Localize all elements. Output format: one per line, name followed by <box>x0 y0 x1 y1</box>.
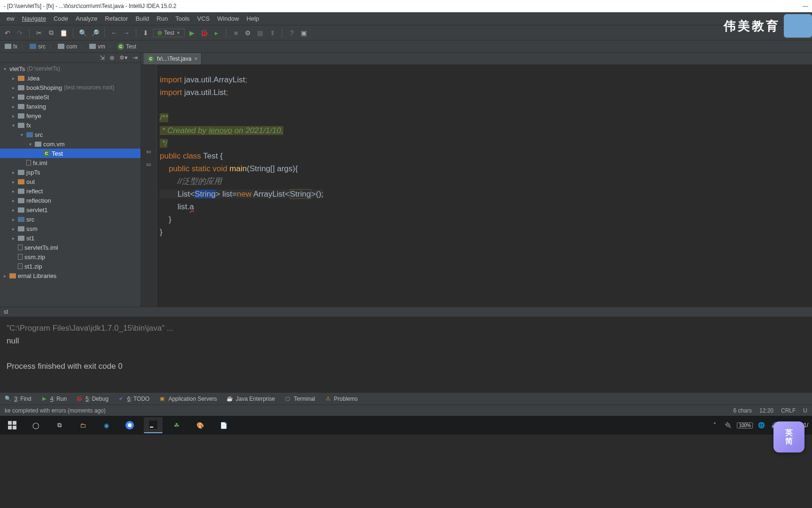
network-icon[interactable]: 🌐 <box>757 421 766 429</box>
tree-row[interactable]: C Test <box>0 149 141 158</box>
paint-icon[interactable]: 🎨 <box>191 417 210 433</box>
gutter-mark-icon[interactable]: ▭ <box>145 160 152 168</box>
tree-row[interactable]: ▸ createSt <box>0 92 141 102</box>
tool-window-todo[interactable]: ✔6: TODO <box>118 396 150 402</box>
menu-item[interactable]: VCS <box>194 15 214 22</box>
tree-row[interactable]: ▸ fanxing <box>0 102 141 111</box>
tree-row[interactable]: ▸ servlet1 <box>0 205 141 214</box>
hide-icon[interactable]: ⇥ <box>133 54 138 61</box>
tree-row[interactable]: ▸ ssm <box>0 224 141 233</box>
chrome-icon[interactable] <box>120 417 139 433</box>
structure-icon[interactable]: ▦ <box>256 28 265 38</box>
tree-row[interactable]: ▸ src <box>0 214 141 224</box>
tree-row[interactable]: ▸ jspTs <box>0 167 141 177</box>
tree-row[interactable]: ▸ bookShoping (test resources root) <box>0 83 141 92</box>
gear-icon[interactable]: ✲▾ <box>119 54 128 61</box>
tree-row[interactable]: ssm.zip <box>0 252 141 262</box>
capture-icon[interactable]: ▣ <box>299 28 309 38</box>
menu-item[interactable]: ew <box>3 15 18 22</box>
run-icon[interactable]: ▶ <box>187 28 197 38</box>
status-encoding[interactable]: U <box>803 407 807 414</box>
floating-badge[interactable]: 英 简 <box>773 421 804 452</box>
replace-icon[interactable]: 🔎 <box>90 28 100 38</box>
editor-body[interactable]: ▭ ▭ import java.util.ArrayList; import j… <box>141 65 812 307</box>
tool-window-find[interactable]: 🔍3: Find <box>5 396 31 402</box>
coverage-icon[interactable]: ▸ <box>212 28 221 38</box>
tree-row[interactable]: ▾ com.vm <box>0 139 141 149</box>
breadcrumb-item[interactable]: com <box>56 42 79 51</box>
status-caret-pos: 12:20 <box>759 407 773 414</box>
breadcrumb-item[interactable]: fx <box>3 42 19 51</box>
stop-icon[interactable]: ■ <box>231 28 241 38</box>
tree-row[interactable]: ▸ st1 <box>0 233 141 243</box>
settings-icon[interactable]: ⚙ <box>243 28 253 38</box>
editor-tab[interactable]: C fx\...\Test.java × <box>144 53 202 64</box>
menu-item[interactable]: Tools <box>172 15 193 22</box>
separator <box>226 28 226 38</box>
menu-item[interactable]: Analyze <box>72 15 101 22</box>
tree-row[interactable]: ▸ .idea <box>0 73 141 83</box>
cortana-icon[interactable]: ◯ <box>26 417 45 433</box>
menu-item[interactable]: Refactor <box>101 15 132 22</box>
help-icon[interactable]: ? <box>287 28 297 38</box>
start-button[interactable] <box>3 417 22 433</box>
redo-icon[interactable]: ↷ <box>15 28 24 38</box>
tool-window-terminal[interactable]: ▢Terminal <box>284 396 315 402</box>
power-icon[interactable]: 🔌 <box>724 421 732 429</box>
find-icon[interactable]: 🔍 <box>78 28 87 38</box>
breadcrumb-item[interactable]: CTest <box>116 42 138 51</box>
tool-window-problems[interactable]: ⚠Problems <box>325 396 358 402</box>
tree-row[interactable]: ▾ fx <box>0 120 141 130</box>
tray-expand-icon[interactable]: ˄ <box>710 421 719 429</box>
battery-status[interactable]: 100% <box>737 422 753 429</box>
debug-icon[interactable]: 🐞 <box>200 28 209 38</box>
target-icon[interactable]: ⊕ <box>109 54 115 61</box>
tool-window-run[interactable]: ▶4: Run <box>41 396 67 402</box>
intellij-icon[interactable] <box>144 417 163 433</box>
paste-icon[interactable]: 📋 <box>59 28 68 38</box>
cut-icon[interactable]: ✂ <box>34 28 44 38</box>
tree-row[interactable]: ▸ reflection <box>0 196 141 205</box>
breadcrumb-item[interactable]: vm <box>87 42 107 51</box>
tool-window-java-ee[interactable]: ☕Java Enterprise <box>226 396 275 402</box>
notepad-icon[interactable]: 📄 <box>214 417 233 433</box>
run-caption[interactable]: st <box>0 307 812 317</box>
tree-row[interactable]: st1.zip <box>0 262 141 271</box>
taskview-icon[interactable]: ⧉ <box>50 417 69 433</box>
make-icon[interactable]: ⬇ <box>141 28 150 38</box>
tree-row[interactable]: ▸ ernal Libraries <box>0 271 141 280</box>
tree-row[interactable]: ▸ reflect <box>0 186 141 196</box>
wechat-icon[interactable]: ☘ <box>167 417 186 433</box>
menu-item[interactable]: Build <box>132 15 153 22</box>
minimize-icon[interactable]: — <box>803 3 808 9</box>
menu-item[interactable]: Window <box>213 15 242 22</box>
app-icon[interactable]: ◉ <box>97 417 116 433</box>
run-console[interactable]: "C:\Program Files\Java\jdk1.7.0_15\bin\j… <box>0 317 812 392</box>
tree-row[interactable]: ▸ fenye <box>0 111 141 120</box>
tree-row[interactable]: ▾ src <box>0 130 141 139</box>
gutter-mark-icon[interactable]: ▭ <box>145 148 152 155</box>
breadcrumb-item[interactable]: src <box>28 42 47 51</box>
close-icon[interactable]: × <box>194 56 197 62</box>
tool-window-debug[interactable]: 🐞5: Debug <box>76 396 109 402</box>
forward-icon[interactable]: → <box>122 28 131 38</box>
tool-window-appservers[interactable]: ▣Application Servers <box>159 396 217 402</box>
copy-icon[interactable]: ⧉ <box>47 28 56 38</box>
project-tree: ⇲ ⊕ ✲▾ ⇥ ▾vletTs (D:\servletTs)▸ .idea▸ … <box>0 53 141 307</box>
menu-item[interactable]: Run <box>153 15 172 22</box>
collapse-icon[interactable]: ⇲ <box>100 54 105 61</box>
code-area[interactable]: import java.util.ArrayList; import java.… <box>157 65 812 307</box>
menu-item[interactable]: Navigate <box>18 15 50 22</box>
tree-row-root[interactable]: ▾vletTs (D:\servletTs) <box>0 64 141 73</box>
tree-row[interactable]: servletTs.iml <box>0 243 141 252</box>
tree-row[interactable]: ▸ out <box>0 177 141 186</box>
explorer-icon[interactable]: 🗀 <box>73 417 92 433</box>
back-icon[interactable]: ← <box>109 28 119 38</box>
run-config-select[interactable]: Test ▼ <box>153 29 185 37</box>
menu-item[interactable]: Code <box>50 15 72 22</box>
status-line-sep[interactable]: CRLF <box>781 407 796 414</box>
sdk-icon[interactable]: ⬆ <box>268 28 277 38</box>
undo-icon[interactable]: ↶ <box>3 28 12 38</box>
tree-row[interactable]: fx.iml <box>0 158 141 167</box>
menu-item[interactable]: Help <box>243 15 263 22</box>
